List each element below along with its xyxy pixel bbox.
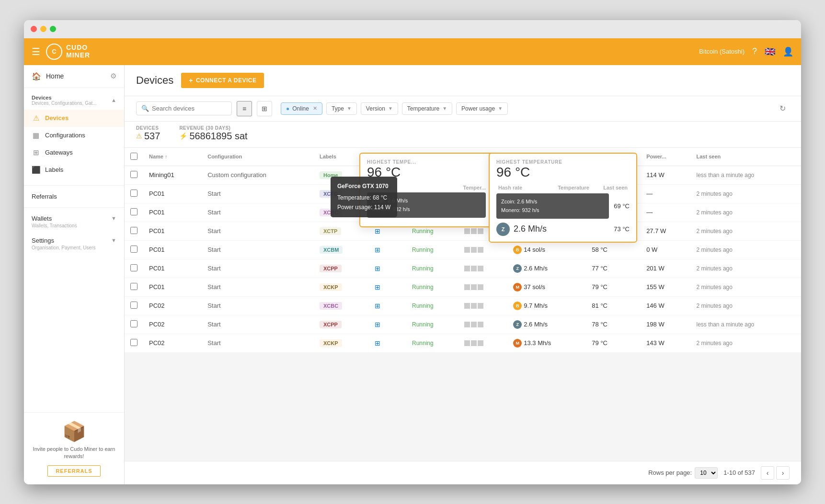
- row-lastseen-2: 2 minutes ago: [691, 203, 801, 222]
- refresh-button[interactable]: ↻: [775, 101, 790, 116]
- table-row[interactable]: PC01 Start XCBM ⊞ Running B 14 sol/s 58 …: [125, 240, 801, 259]
- row-checkbox-7[interactable]: [130, 302, 138, 309]
- hamburger-menu[interactable]: ☰: [32, 46, 40, 57]
- row-checkbox-5[interactable]: [130, 264, 138, 271]
- sidebar-item-referrals[interactable]: Referrals: [24, 189, 124, 204]
- sidebar-item-devices[interactable]: ⚠ Devices: [24, 110, 124, 127]
- card2-temp-label: HIGHEST TEMPERATURE: [496, 159, 630, 165]
- next-page-button[interactable]: ›: [776, 466, 790, 480]
- labels-icon: ⬛: [32, 166, 40, 174]
- view-list-button[interactable]: ≡: [237, 101, 252, 116]
- sidebar-home[interactable]: 🏠 Home ⚙: [24, 65, 124, 88]
- help-icon[interactable]: ?: [752, 46, 757, 56]
- home-settings-icon[interactable]: ⚙: [110, 72, 116, 80]
- online-remove[interactable]: ✕: [313, 105, 317, 112]
- sidebar-item-wallets[interactable]: Wallets ▼ Wallets, Transactions: [24, 211, 124, 233]
- row-name-9: PC02: [143, 334, 202, 352]
- search-box[interactable]: 🔍: [136, 101, 232, 115]
- row-power-0: 114 W: [641, 166, 690, 184]
- table-row[interactable]: PC01 Start XCKP ⊞ Running M 37 sol/s 79 …: [125, 278, 801, 296]
- referrals-button[interactable]: REFERRALS: [47, 465, 100, 477]
- row-status-9: Running: [406, 334, 458, 352]
- row-power-7: 146 W: [641, 296, 690, 315]
- row-config-7: Start: [202, 296, 314, 315]
- row-checkbox-2[interactable]: [130, 208, 138, 215]
- row-bars-9: [458, 334, 507, 352]
- row-checkbox-9[interactable]: [130, 339, 138, 346]
- row-checkbox-4[interactable]: [130, 246, 138, 253]
- row-status-5: Running: [406, 259, 458, 278]
- prev-page-button[interactable]: ‹: [761, 466, 774, 480]
- filter-version[interactable]: Version ▼: [361, 102, 398, 115]
- sidebar-collapse-icon[interactable]: ▲: [111, 97, 116, 103]
- row-name-2: PC01: [143, 203, 202, 222]
- devices-warning-icon: ⚠: [32, 114, 40, 123]
- select-all-checkbox[interactable]: [130, 153, 138, 160]
- row-lastseen-5: 2 minutes ago: [691, 259, 801, 278]
- row-temp-6: 79 °C: [586, 278, 641, 296]
- row-temp-7: 81 °C: [586, 296, 641, 315]
- revenue-value: 56861895 sat: [189, 131, 247, 142]
- stat-revenue: REVENUE (30 DAYS) ⚡ 56861895 sat: [179, 125, 247, 142]
- row-checkbox-8[interactable]: [130, 320, 138, 327]
- sidebar-referrals-label: Referrals: [32, 193, 57, 200]
- card2-temp1: 69 °C: [614, 202, 630, 210]
- row-status-4: Running: [406, 240, 458, 259]
- filter-temperature[interactable]: Temperature ▼: [402, 102, 452, 115]
- row-checkbox-1[interactable]: [130, 190, 138, 197]
- col-name[interactable]: Name ↑: [143, 148, 202, 166]
- card2-temp-value: 96 °C: [496, 165, 630, 180]
- table-row[interactable]: PC02 Start XCPP ⊞ Running Z 2.6 Mh/s 78 …: [125, 315, 801, 334]
- card2-inner-box: Zcoin: 2.6 Mh/sMonero: 932 h/s: [496, 193, 609, 219]
- sidebar-item-gateways[interactable]: ⊞ Gateways: [24, 144, 124, 161]
- logo-text: CUDOMINER: [66, 44, 90, 59]
- sidebar-section-title-devices: Devices: [32, 95, 97, 101]
- row-power-9: 143 W: [641, 334, 690, 352]
- sidebar-item-settings[interactable]: Settings ▼ Organisation, Payment, Users: [24, 233, 124, 255]
- card1-temp-col: Temper...: [463, 185, 486, 190]
- sidebar-item-devices-label: Devices: [45, 114, 69, 122]
- row-checkbox-6[interactable]: [130, 283, 138, 290]
- row-config-5: Start: [202, 259, 314, 278]
- language-flag[interactable]: 🇬🇧: [765, 46, 775, 57]
- connect-device-button[interactable]: + CONNECT A DEVICE: [181, 73, 264, 88]
- user-icon[interactable]: 👤: [783, 46, 793, 57]
- devices-value: 537: [144, 131, 160, 142]
- row-label-9: XCKP: [314, 334, 369, 352]
- view-grid-button[interactable]: ⊞: [257, 101, 272, 116]
- sidebar-item-configurations[interactable]: ▦ Configurations: [24, 127, 124, 144]
- orange-card-2: HIGHEST TEMPERATURE 96 °C Hash rate Temp…: [489, 153, 637, 243]
- filter-online[interactable]: ● Online ✕: [281, 102, 322, 115]
- stats-bar: DEVICES ⚠ 537 REVENUE (30 DAYS) ⚡ 568618…: [125, 122, 801, 148]
- col-lastseen[interactable]: Last seen: [691, 148, 801, 166]
- row-config-1: Start: [202, 184, 314, 203]
- connect-plus-icon: +: [189, 77, 193, 84]
- filter-power[interactable]: Power usage ▼: [456, 102, 508, 115]
- row-checkbox-3[interactable]: [130, 227, 138, 234]
- pagination-buttons: ‹ ›: [761, 466, 790, 480]
- sidebar-section-subtitle-devices: Devices, Configurations, Gat...: [32, 101, 97, 106]
- table-row[interactable]: PC01 Start XCPP ⊞ Running Z 2.6 Mh/s 77 …: [125, 259, 801, 278]
- table-row[interactable]: PC02 Start XCKP ⊞ Running M 13.3 Mh/s 79…: [125, 334, 801, 352]
- col-power[interactable]: Power...: [641, 148, 690, 166]
- close-button[interactable]: [31, 26, 37, 32]
- devices-label: DEVICES: [136, 125, 160, 131]
- col-configuration[interactable]: Configuration: [202, 148, 314, 166]
- row-hashrate-8: Z 2.6 Mh/s: [507, 315, 586, 334]
- search-input[interactable]: [152, 105, 227, 112]
- wallets-arrow: ▼: [111, 215, 116, 221]
- filter-type[interactable]: Type ▼: [326, 102, 357, 115]
- temperature-arrow: ▼: [442, 106, 447, 111]
- row-type-7: ⊞: [369, 296, 406, 315]
- rows-per-page-select[interactable]: 10 25 50: [695, 467, 718, 479]
- row-status-6: Running: [406, 278, 458, 296]
- minimize-button[interactable]: [40, 26, 46, 32]
- table-row[interactable]: PC02 Start XCBC ⊞ Running B 9.7 Mh/s 81 …: [125, 296, 801, 315]
- currency-label[interactable]: Bitcoin (Satoshi): [699, 48, 745, 55]
- sidebar-item-labels[interactable]: ⬛ Labels: [24, 161, 124, 179]
- sidebar-item-configurations-label: Configurations: [45, 132, 85, 139]
- row-power-5: 201 W: [641, 259, 690, 278]
- maximize-button[interactable]: [50, 26, 56, 32]
- row-checkbox-0[interactable]: [130, 171, 138, 178]
- pagination-info: 1-10 of 537: [723, 469, 755, 476]
